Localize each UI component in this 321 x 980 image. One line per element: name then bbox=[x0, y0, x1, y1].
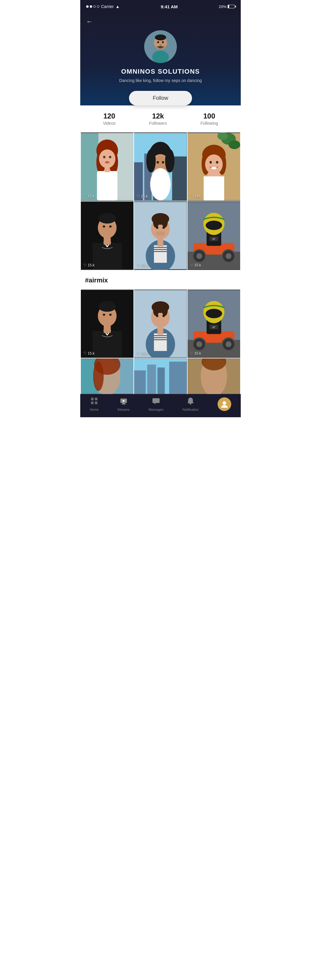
svg-point-100 bbox=[153, 304, 159, 316]
stat-following: 100 Following bbox=[200, 112, 218, 126]
svg-point-33 bbox=[162, 161, 164, 163]
like-count-3: 14.k bbox=[194, 194, 201, 198]
profile-bio: Dancing like king, follow my seps on dan… bbox=[86, 78, 235, 84]
svg-point-30 bbox=[165, 149, 175, 173]
nav-notification[interactable]: Notification bbox=[182, 397, 198, 411]
stat-followers-number: 12k bbox=[149, 112, 167, 120]
airmix-like-2: ♡ 15.k bbox=[136, 351, 148, 355]
like-count-2: 15.k bbox=[141, 194, 148, 198]
svg-rect-93 bbox=[154, 333, 167, 351]
messages-label: Messages bbox=[149, 408, 163, 411]
airmix-heart-2: ♡ bbox=[136, 351, 140, 355]
video-thumb-4[interactable]: ♡ 15.k bbox=[81, 201, 133, 270]
svg-rect-130 bbox=[95, 398, 97, 400]
video-thumb-6[interactable]: 97 ♡ 15.k bbox=[188, 201, 240, 270]
airmix-count-3: 15.k bbox=[194, 351, 201, 355]
svg-text:97: 97 bbox=[212, 326, 215, 329]
svg-point-16 bbox=[103, 156, 105, 158]
hashtag-title[interactable]: #airmix bbox=[85, 277, 236, 284]
svg-rect-96 bbox=[154, 339, 167, 340]
home-icon bbox=[90, 397, 98, 407]
back-button[interactable]: ← bbox=[86, 18, 235, 25]
svg-rect-10 bbox=[81, 133, 98, 200]
svg-point-68 bbox=[163, 227, 165, 229]
svg-point-44 bbox=[209, 161, 212, 164]
svg-point-69 bbox=[156, 231, 165, 236]
video-like-6: ♡ 15.k bbox=[190, 263, 201, 267]
heart-icon-3: ♡ bbox=[190, 194, 193, 198]
airmix-thumb-1[interactable]: ♡ 15.k bbox=[81, 290, 133, 358]
heart-icon-5: ♡ bbox=[136, 263, 140, 267]
nav-streams[interactable]: Streams bbox=[117, 397, 129, 411]
svg-point-76 bbox=[225, 253, 232, 259]
svg-point-4 bbox=[157, 41, 159, 43]
video-thumb-2[interactable]: ♡ 15.k bbox=[134, 132, 187, 201]
like-count-1: 15.k bbox=[88, 194, 94, 198]
svg-point-55 bbox=[109, 225, 112, 228]
svg-rect-137 bbox=[188, 402, 193, 403]
svg-point-46 bbox=[211, 167, 216, 169]
svg-point-109 bbox=[196, 341, 202, 347]
stat-followers-label: Followers bbox=[149, 121, 167, 126]
nav-messages[interactable]: Messages bbox=[149, 397, 163, 411]
airmix-thumb-2[interactable]: ♡ 15.k bbox=[134, 290, 187, 358]
video-thumb-5[interactable]: ♡ 15.k bbox=[134, 201, 187, 270]
video-thumb-1[interactable]: ♡ 15.k bbox=[81, 132, 133, 201]
svg-point-3 bbox=[155, 35, 166, 40]
airmix-like-1: ♡ 15.k bbox=[83, 351, 94, 355]
svg-point-103 bbox=[163, 315, 165, 317]
video-like-4: ♡ 15.k bbox=[83, 263, 94, 267]
heart-icon-6: ♡ bbox=[190, 263, 193, 267]
status-time: 9:41 AM bbox=[161, 4, 178, 9]
airmix-thumb-3[interactable]: 97 ♡ 15.k bbox=[188, 290, 240, 358]
profile-name: OMNINOS SOLUTIONS bbox=[86, 68, 235, 75]
hashtag-section: #airmix bbox=[80, 270, 241, 287]
svg-rect-95 bbox=[154, 337, 167, 338]
svg-point-139 bbox=[223, 401, 226, 405]
partial-thumb-3[interactable] bbox=[188, 358, 240, 394]
avatar bbox=[144, 30, 177, 63]
svg-point-67 bbox=[156, 227, 158, 229]
like-count-5: 15.k bbox=[141, 263, 148, 267]
stat-following-label: Following bbox=[200, 121, 218, 126]
streams-icon bbox=[120, 397, 128, 407]
heart-icon-2: ♡ bbox=[136, 194, 140, 198]
svg-point-110 bbox=[225, 341, 232, 347]
video-grid: ♡ 15.k ♡ 15. bbox=[80, 132, 241, 270]
nav-home[interactable]: Home bbox=[90, 397, 98, 411]
follow-button[interactable]: Follow bbox=[129, 91, 192, 105]
svg-point-138 bbox=[190, 403, 192, 404]
svg-rect-131 bbox=[91, 401, 94, 404]
airmix-count-1: 15.k bbox=[88, 351, 94, 355]
video-like-3: ♡ 14.k bbox=[190, 194, 201, 198]
partial-thumb-2[interactable] bbox=[134, 358, 187, 394]
svg-point-29 bbox=[147, 149, 156, 173]
battery-percent: 20% bbox=[219, 5, 227, 9]
svg-point-31 bbox=[150, 168, 171, 200]
svg-point-43 bbox=[205, 154, 223, 174]
follow-btn-wrapper: Follow bbox=[86, 91, 235, 105]
status-bar: Carrier ▲ 9:41 AM 20% bbox=[80, 0, 241, 13]
svg-point-6 bbox=[160, 44, 161, 45]
svg-point-32 bbox=[157, 161, 159, 163]
signal-dot-1 bbox=[86, 5, 89, 8]
svg-rect-132 bbox=[95, 401, 97, 404]
svg-rect-123 bbox=[147, 365, 157, 394]
profile-header: ← OMNI bbox=[80, 13, 241, 105]
stat-followers: 12k Followers bbox=[149, 112, 167, 126]
stat-videos-label: Videos bbox=[103, 121, 116, 126]
svg-point-53 bbox=[98, 213, 116, 224]
signal-dot-2 bbox=[90, 5, 92, 8]
svg-rect-135 bbox=[121, 404, 126, 404]
status-left: Carrier ▲ bbox=[86, 4, 120, 9]
svg-rect-59 bbox=[154, 247, 167, 248]
svg-point-36 bbox=[228, 140, 240, 149]
airmix-like-3: ♡ 15.k bbox=[190, 351, 201, 355]
home-label: Home bbox=[90, 408, 98, 411]
partial-thumb-1[interactable] bbox=[81, 358, 133, 394]
svg-point-15 bbox=[99, 150, 115, 168]
video-thumb-3[interactable]: ♡ 14.k bbox=[188, 132, 240, 201]
messages-icon bbox=[152, 397, 160, 407]
svg-rect-134 bbox=[122, 403, 125, 404]
nav-profile-button[interactable] bbox=[217, 397, 231, 411]
